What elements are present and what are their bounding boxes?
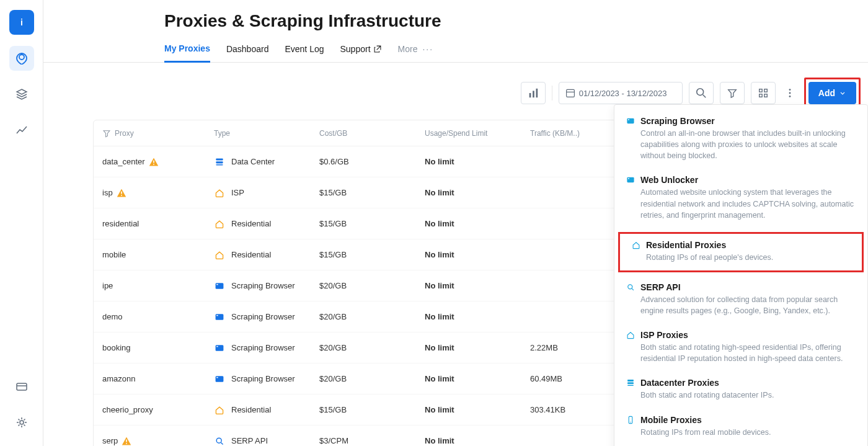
- proxy-cost: $15/GB: [319, 405, 425, 414]
- filter-button[interactable]: [720, 82, 745, 104]
- menu-item-title: Mobile Proxies: [640, 415, 702, 425]
- menu-item-title: ISP Proxies: [640, 330, 688, 340]
- sidebar: i: [0, 0, 43, 446]
- mobile-icon: [626, 415, 636, 425]
- unlock-icon: [626, 175, 636, 185]
- proxy-traffic: 2.22MB: [530, 343, 604, 352]
- proxy-usage: No limit: [425, 188, 530, 197]
- toolbar-chart-button[interactable]: [521, 82, 546, 104]
- menu-item-title: Scraping Browser: [640, 116, 715, 126]
- proxy-usage: No limit: [425, 343, 530, 352]
- proxy-cost: $15/GB: [319, 250, 425, 259]
- menu-item-title: SERP API: [640, 282, 681, 292]
- proxy-usage: No limit: [425, 157, 530, 166]
- tab-support[interactable]: Support: [340, 44, 382, 61]
- bar-chart-icon: [528, 87, 539, 99]
- ellipsis-icon: ···: [422, 44, 433, 54]
- proxy-name: booking: [102, 343, 214, 352]
- proxy-cost: $15/GB: [319, 188, 425, 197]
- proxy-traffic: 303.41KB: [530, 405, 604, 414]
- proxy-type: Scraping Browser: [214, 311, 319, 323]
- menu-item-description: Rotating IPs of real people's devices.: [631, 252, 851, 263]
- proxy-type: ISP: [214, 187, 319, 198]
- proxy-name: residential: [102, 219, 214, 228]
- proxy-type: Scraping Browser: [214, 280, 319, 292]
- serp-icon: [626, 282, 636, 292]
- proxy-usage: No limit: [425, 374, 530, 383]
- search-button[interactable]: [689, 82, 714, 104]
- sidebar-billing[interactable]: [9, 374, 34, 399]
- browser-icon: [214, 342, 225, 354]
- proxy-cost: $20/GB: [319, 343, 425, 352]
- residential-icon: [214, 404, 225, 416]
- col-usage[interactable]: Usage/Spend Limit: [425, 129, 530, 138]
- residential-icon: [214, 249, 225, 261]
- more-actions-button[interactable]: [782, 82, 798, 104]
- menu-item-description: Advanced solution for collecting data fr…: [626, 294, 856, 316]
- sidebar-info[interactable]: i: [9, 10, 34, 35]
- sidebar-settings[interactable]: [9, 410, 34, 435]
- col-type[interactable]: Type: [214, 129, 319, 138]
- proxy-cost: $3/CPM: [319, 436, 425, 445]
- residential-icon: [631, 240, 641, 250]
- filter-icon: [727, 87, 738, 99]
- proxy-usage: No limit: [425, 219, 530, 228]
- warning-icon: [149, 157, 159, 167]
- tab-dashboard[interactable]: Dashboard: [226, 44, 269, 61]
- warning-icon: [117, 188, 126, 198]
- proxy-usage: No limit: [425, 281, 530, 290]
- proxy-usage: No limit: [425, 250, 530, 259]
- date-range-picker[interactable]: 01/12/2023 - 13/12/2023: [559, 82, 683, 104]
- search-icon: [696, 87, 707, 99]
- proxy-name: cheerio_proxy: [102, 405, 214, 414]
- tab-my-proxies[interactable]: My Proxies: [164, 43, 210, 63]
- warning-icon: [122, 436, 131, 446]
- proxy-cost: $0.6/GB: [319, 157, 425, 166]
- proxy-name: amazonn: [102, 374, 214, 383]
- browser-icon: [214, 311, 225, 323]
- proxy-type: Residential: [214, 404, 319, 416]
- menu-item-mobile-proxies[interactable]: Mobile ProxiesRotating IPs from real mob…: [614, 409, 867, 445]
- menu-item-title: Datacenter Proxies: [640, 378, 719, 388]
- menu-item-description: Both static and rotating high-speed resi…: [626, 342, 856, 364]
- proxy-name: serp: [102, 436, 214, 446]
- menu-item-description: Both static and rotating datacenter IPs.: [626, 390, 856, 401]
- menu-item-isp-proxies[interactable]: ISP ProxiesBoth static and rotating high…: [614, 324, 867, 372]
- sidebar-proxies[interactable]: [9, 46, 34, 71]
- serp-icon: [214, 435, 225, 447]
- proxy-cost: $20/GB: [319, 374, 425, 383]
- add-button[interactable]: Add: [808, 82, 856, 104]
- filter-icon: [102, 129, 111, 138]
- external-link-icon: [373, 45, 382, 53]
- proxy-type: Data Center: [214, 156, 319, 167]
- menu-item-residential-proxies[interactable]: Residential ProxiesRotating IPs of real …: [618, 232, 864, 272]
- proxy-name: mobile: [102, 250, 214, 259]
- dots-vertical-icon: [784, 87, 795, 99]
- menu-item-scraping-browser[interactable]: Scraping BrowserControl an all-in-one br…: [614, 110, 867, 169]
- residential-icon: [214, 218, 225, 230]
- col-proxy[interactable]: Proxy: [102, 129, 214, 138]
- proxy-usage: No limit: [425, 312, 530, 321]
- isp-icon: [626, 330, 636, 340]
- menu-item-description: Rotating IPs from real mobile devices.: [626, 427, 856, 438]
- menu-item-title: Web Unlocker: [640, 175, 698, 185]
- proxy-name: ipe: [102, 281, 214, 290]
- sidebar-datasets[interactable]: [9, 82, 34, 107]
- tab-more[interactable]: More···: [398, 44, 434, 61]
- menu-item-description: Control an all-in-one browser that inclu…: [626, 128, 856, 161]
- proxy-cost: $20/GB: [319, 281, 425, 290]
- menu-item-title: Residential Proxies: [646, 240, 726, 250]
- proxy-cost: $20/GB: [319, 312, 425, 321]
- layout-button[interactable]: [751, 82, 776, 104]
- menu-item-datacenter-proxies[interactable]: Datacenter ProxiesBoth static and rotati…: [614, 372, 867, 408]
- menu-item-serp-api[interactable]: SERP APIAdvanced solution for collecting…: [614, 276, 867, 324]
- col-cost[interactable]: Cost/GB: [319, 129, 425, 138]
- tab-event-log[interactable]: Event Log: [285, 44, 324, 61]
- browser-icon: [214, 280, 225, 292]
- menu-item-web-unlocker[interactable]: Web UnlockerAutomated website unlocking …: [614, 169, 867, 228]
- grid-icon: [758, 87, 769, 99]
- toolbar-separator: [552, 86, 552, 100]
- col-traffic[interactable]: Traffic (KB/M..): [530, 129, 604, 138]
- sidebar-analytics[interactable]: [9, 118, 34, 143]
- tab-more-label: More: [398, 44, 418, 54]
